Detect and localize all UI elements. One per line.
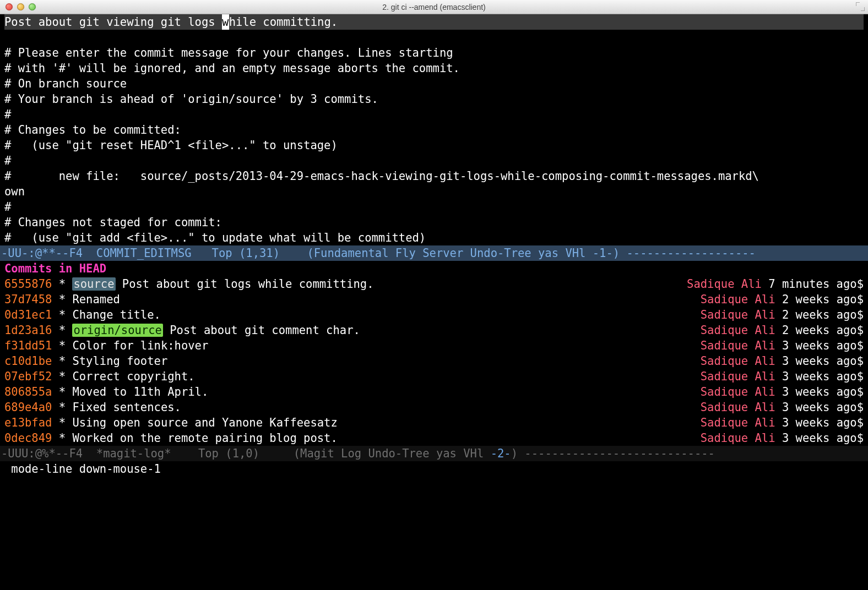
commit-author: Sadique Ali	[701, 339, 775, 352]
commit-time: 3 weeks ago	[782, 370, 857, 383]
eol-marker: $	[857, 354, 864, 368]
modeline-inactive[interactable]: -UUU:@%*--F4 *magit-log* Top (1,0) (Magi…	[0, 446, 868, 461]
commit-time: 3 weeks ago	[782, 385, 857, 398]
traffic-lights	[6, 3, 36, 10]
branch-remote-label[interactable]: origin/source	[72, 324, 162, 337]
commit-time: 7 minutes ago	[768, 277, 856, 291]
commit-time: 2 weeks ago	[782, 324, 857, 337]
commit-sha[interactable]: 6555876	[4, 277, 52, 291]
commit-message: Renamed	[72, 293, 120, 306]
commit-author: Sadique Ali	[701, 385, 775, 398]
modeline-inactive-post: ) ----------------------------	[511, 447, 715, 460]
comment-line: # On branch source	[4, 76, 864, 91]
commit-time: 3 weeks ago	[782, 431, 857, 445]
commit-row[interactable]: 0dec849 * Worked on the remote pairing b…	[4, 430, 864, 446]
graph-star-icon: *	[59, 277, 66, 291]
echo-area: mode-line down-mouse-1	[0, 461, 868, 477]
commit-sha[interactable]: 37d7458	[4, 293, 52, 306]
eol-marker: $	[857, 385, 864, 398]
commit-message: Post about git comment char.	[170, 324, 360, 337]
fullscreen-icon[interactable]	[856, 2, 865, 11]
comment-line: # Changes not staged for commit:	[4, 215, 864, 230]
commit-template-comments: # Please enter the commit message for yo…	[4, 30, 864, 245]
comment-line: # Please enter the commit message for yo…	[4, 45, 864, 61]
eol-marker: $	[857, 324, 864, 337]
modeline-inactive-pre: -UUU:@%*--F4 *magit-log* Top (1,0) (Magi…	[1, 447, 491, 460]
comment-line: #	[4, 153, 864, 168]
text-before-cursor: Post about git viewing git logs	[4, 15, 222, 29]
graph-star-icon: *	[59, 354, 66, 368]
branch-local-label[interactable]: source	[72, 277, 115, 291]
comment-line: # (use "git add <file>..." to update wha…	[4, 230, 864, 245]
window-title: 2. git ci --amend (emacsclient)	[0, 0, 868, 15]
close-button[interactable]	[6, 3, 13, 10]
commit-author: Sadique Ali	[701, 401, 775, 414]
commit-sha[interactable]: 07ebf52	[4, 370, 52, 383]
eol-marker: $	[857, 416, 864, 429]
modeline-inactive-accent: -2-	[491, 447, 511, 460]
commit-row[interactable]: c10d1be * Styling footerSadique Ali 3 we…	[4, 353, 864, 369]
comment-line: # Your branch is ahead of 'origin/source…	[4, 91, 864, 107]
commit-row[interactable]: 37d7458 * RenamedSadique Ali 2 weeks ago…	[4, 292, 864, 307]
graph-star-icon: *	[59, 370, 66, 383]
eol-marker: $	[857, 277, 864, 291]
commit-editmsg-buffer[interactable]: Post about git viewing git logs while co…	[0, 14, 868, 245]
commit-message: Worked on the remote pairing blog post.	[72, 431, 337, 445]
eol-marker: $	[857, 339, 864, 352]
comment-line: #	[4, 107, 864, 122]
comment-line: own	[4, 184, 864, 199]
graph-star-icon: *	[59, 324, 66, 337]
commit-row[interactable]: 0d31ec1 * Change title.Sadique Ali 2 wee…	[4, 307, 864, 323]
commit-sha[interactable]: f31dd51	[4, 339, 52, 352]
commit-time: 2 weeks ago	[782, 308, 857, 321]
commit-row[interactable]: 1d23a16 * origin/source Post about git c…	[4, 323, 864, 338]
commit-sha[interactable]: 689e4a0	[4, 401, 52, 414]
commit-message: Correct copyright.	[72, 370, 194, 383]
commit-time: 2 weeks ago	[782, 293, 857, 306]
comment-line: #	[4, 199, 864, 215]
commit-message: Change title.	[72, 308, 160, 321]
commit-row[interactable]: e13bfad * Using open source and Yanone K…	[4, 415, 864, 430]
commit-message: Fixed sentences.	[72, 401, 181, 414]
commit-row[interactable]: 689e4a0 * Fixed sentences.Sadique Ali 3 …	[4, 400, 864, 415]
commit-message-line[interactable]: Post about git viewing git logs while co…	[4, 14, 864, 30]
commit-sha[interactable]: e13bfad	[4, 416, 52, 429]
commit-author: Sadique Ali	[701, 293, 775, 306]
zoom-button[interactable]	[29, 3, 36, 10]
commit-message: Color for link:hover	[72, 339, 208, 352]
comment-line: # (use "git reset HEAD^1 <file>..." to u…	[4, 138, 864, 153]
commit-row[interactable]: f31dd51 * Color for link:hoverSadique Al…	[4, 338, 864, 353]
commit-sha[interactable]: 0dec849	[4, 431, 52, 445]
graph-star-icon: *	[59, 385, 66, 398]
commit-row[interactable]: 806855a * Moved to 11th April.Sadique Al…	[4, 384, 864, 400]
graph-star-icon: *	[59, 416, 66, 429]
modeline-active[interactable]: -UU-:@**--F4 COMMIT_EDITMSG Top (1,31) (…	[0, 245, 868, 261]
commit-message: Using open source and Yanone Kaffeesatz	[72, 416, 337, 429]
commit-row[interactable]: 07ebf52 * Correct copyright.Sadique Ali …	[4, 369, 864, 384]
eol-marker: $	[857, 401, 864, 414]
commit-author: Sadique Ali	[701, 370, 775, 383]
commit-author: Sadique Ali	[701, 431, 775, 445]
commit-message: Moved to 11th April.	[72, 385, 208, 398]
commit-sha[interactable]: 1d23a16	[4, 324, 52, 337]
window-titlebar: 2. git ci --amend (emacsclient)	[0, 0, 868, 14]
graph-star-icon: *	[59, 308, 66, 321]
graph-star-icon: *	[59, 401, 66, 414]
minimize-button[interactable]	[17, 3, 24, 10]
comment-line: # with '#' will be ignored, and an empty…	[4, 61, 864, 76]
commit-time: 3 weeks ago	[782, 354, 857, 368]
commit-sha[interactable]: 806855a	[4, 385, 52, 398]
commit-author: Sadique Ali	[701, 308, 775, 321]
commit-sha[interactable]: 0d31ec1	[4, 308, 52, 321]
commit-author: Sadique Ali	[701, 416, 775, 429]
commit-sha[interactable]: c10d1be	[4, 354, 52, 368]
commit-author: Sadique Ali	[701, 324, 775, 337]
commit-time: 3 weeks ago	[782, 416, 857, 429]
magit-log-buffer[interactable]: Commits in HEAD 6555876 * source Post ab…	[0, 261, 868, 446]
graph-star-icon: *	[59, 431, 66, 445]
eol-marker: $	[857, 431, 864, 445]
commit-row[interactable]: 6555876 * source Post about git logs whi…	[4, 276, 864, 292]
graph-star-icon: *	[59, 339, 66, 352]
commit-time: 3 weeks ago	[782, 339, 857, 352]
graph-star-icon: *	[59, 293, 66, 306]
